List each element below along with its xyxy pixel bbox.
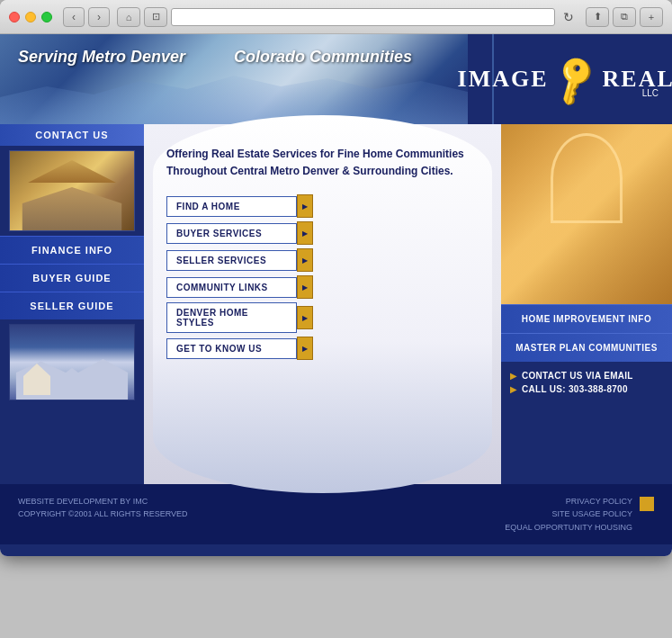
right-sidebar: HOME IMPROVEMENT INFO MASTER PLAN COMMUN… (501, 124, 672, 484)
browser-window: ‹ › ⌂ ⊡ ↻ ⬆ ⧉ + Serving Metro Denver Col… (0, 0, 672, 556)
new-tab-button[interactable]: + (640, 7, 663, 27)
reload-button[interactable]: ↻ (559, 7, 578, 27)
site-tagline: Offering Real Estate Services for Fine H… (166, 142, 479, 180)
sidebar-item-finance[interactable]: FINANCE INFO (0, 236, 144, 264)
footer-gold-box (640, 497, 654, 511)
email-arrow-icon: ▶ (510, 371, 517, 381)
site-usage-link[interactable]: SITE USAGE POLICY (505, 508, 632, 520)
maximize-button[interactable] (41, 12, 52, 22)
sidebar-item-buyer[interactable]: BUYER GUIDE (0, 264, 144, 292)
buyer-services-arrow (297, 221, 313, 245)
logo: IMAGE 🔑 REALTY (458, 58, 672, 101)
denver-home-styles-button[interactable]: DENVER HOME STYLES (166, 302, 479, 333)
community-links-button[interactable]: COMMUNITY LINKS (166, 275, 479, 299)
logo-line1: IMAGE (458, 66, 549, 93)
browser-toolbar: ⌂ ⊡ ↻ (117, 7, 578, 27)
sidebar-item-seller[interactable]: SELLER GUIDE (0, 292, 144, 319)
main-content: CONTACT US FINANCE INFO BUYER GUIDE SELL… (0, 124, 672, 484)
view-button[interactable]: ⊡ (144, 7, 167, 27)
header-banner: Serving Metro Denver Colorado Communitie… (0, 34, 672, 124)
find-home-button[interactable]: FIND A HOME (166, 194, 479, 218)
close-button[interactable] (9, 12, 20, 22)
get-to-know-us-button[interactable]: GET TO KNOW US (166, 337, 479, 360)
key-icon: 🔑 (544, 49, 606, 110)
footer-copyright: COPYRIGHT ©2001 ALL RIGHTS RESERVED (18, 508, 188, 520)
address-bar[interactable] (171, 8, 555, 26)
site-footer: WEBSITE DEVELOPMENT BY IMC COPYRIGHT ©20… (0, 484, 672, 544)
get-to-know-us-label: GET TO KNOW US (166, 338, 297, 359)
left-sidebar: CONTACT US FINANCE INFO BUYER GUIDE SELL… (0, 124, 144, 484)
home-improvement-button[interactable]: HOME IMPROVEMENT INFO (501, 304, 672, 333)
site-wrapper: Serving Metro Denver Colorado Communitie… (0, 34, 672, 556)
house-photo-2 (9, 324, 135, 400)
find-home-label: FIND A HOME (166, 196, 297, 217)
arch-decoration (551, 133, 623, 223)
phone-contact-label: CALL US: 303-388-8700 (522, 384, 628, 394)
master-plan-button[interactable]: MASTER PLAN COMMUNITIES (501, 333, 672, 362)
footer-dev-credit: WEBSITE DEVELOPMENT BY IMC (18, 495, 188, 508)
center-content: Offering Real Estate Services for Fine H… (144, 124, 501, 484)
browser-titlebar: ‹ › ⌂ ⊡ ↻ ⬆ ⧉ + (0, 0, 672, 34)
email-contact-link[interactable]: ▶ CONTACT US VIA EMAIL (510, 371, 663, 381)
privacy-policy-link[interactable]: PRIVACY POLICY (505, 495, 632, 508)
logo-llc: LLC (642, 88, 659, 98)
minimize-button[interactable] (25, 12, 36, 22)
equal-opportunity-link[interactable]: EQUAL OPPORTUNITY HOUSING (505, 521, 632, 534)
denver-home-styles-arrow (297, 306, 313, 329)
footer-right: PRIVACY POLICY SITE USAGE POLICY EQUAL O… (505, 495, 654, 534)
seller-services-label: SELLER SERVICES (166, 250, 297, 271)
center-inner: Offering Real Estate Services for Fine H… (166, 142, 479, 360)
phone-contact-link[interactable]: ▶ CALL US: 303-388-8700 (510, 384, 663, 394)
home-button[interactable]: ⌂ (117, 7, 140, 27)
browser-dots (9, 12, 52, 22)
denver-home-styles-label: DENVER HOME STYLES (166, 302, 297, 333)
community-links-label: COMMUNITY LINKS (166, 277, 297, 298)
contact-links: ▶ CONTACT US VIA EMAIL ▶ CALL US: 303-38… (501, 362, 672, 403)
get-to-know-us-arrow (297, 337, 313, 360)
browser-nav: ‹ › (63, 7, 110, 27)
community-links-arrow (297, 275, 313, 299)
footer-links: PRIVACY POLICY SITE USAGE POLICY EQUAL O… (505, 495, 632, 534)
seller-services-arrow (297, 248, 313, 272)
share-button[interactable]: ⬆ (586, 7, 609, 27)
phone-arrow-icon: ▶ (510, 384, 517, 394)
email-contact-label: CONTACT US VIA EMAIL (522, 371, 633, 381)
back-button[interactable]: ‹ (63, 7, 85, 27)
buyer-services-button[interactable]: BUYER SERVICES (166, 221, 479, 245)
house-photo-1 (9, 150, 135, 231)
logo-line2: REALTY (603, 66, 672, 93)
buyer-services-label: BUYER SERVICES (166, 223, 297, 244)
find-home-arrow (297, 194, 313, 218)
seller-services-button[interactable]: SELLER SERVICES (166, 248, 479, 272)
browser-actions: ⬆ ⧉ + (586, 7, 663, 27)
contact-us-header: CONTACT US (0, 124, 144, 146)
logo-area: IMAGE 🔑 REALTY LLC (492, 34, 672, 124)
tab-button[interactable]: ⧉ (613, 7, 636, 27)
forward-button[interactable]: › (88, 7, 110, 27)
interior-photo (501, 124, 672, 304)
footer-left: WEBSITE DEVELOPMENT BY IMC COPYRIGHT ©20… (18, 495, 188, 521)
tagline-right: Colorado Communities (234, 48, 412, 67)
tagline-left: Serving Metro Denver (18, 48, 185, 67)
